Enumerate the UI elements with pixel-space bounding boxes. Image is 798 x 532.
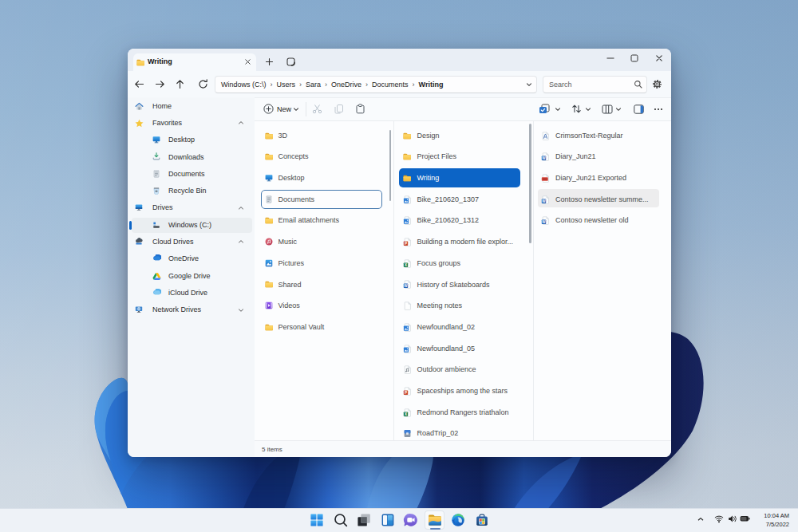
svg-text:P: P: [405, 242, 407, 246]
svg-text:P: P: [405, 391, 407, 395]
svg-text:W: W: [404, 284, 408, 288]
svg-text:W: W: [542, 220, 546, 224]
svg-text:W: W: [542, 156, 546, 160]
svg-text:W: W: [542, 199, 546, 203]
